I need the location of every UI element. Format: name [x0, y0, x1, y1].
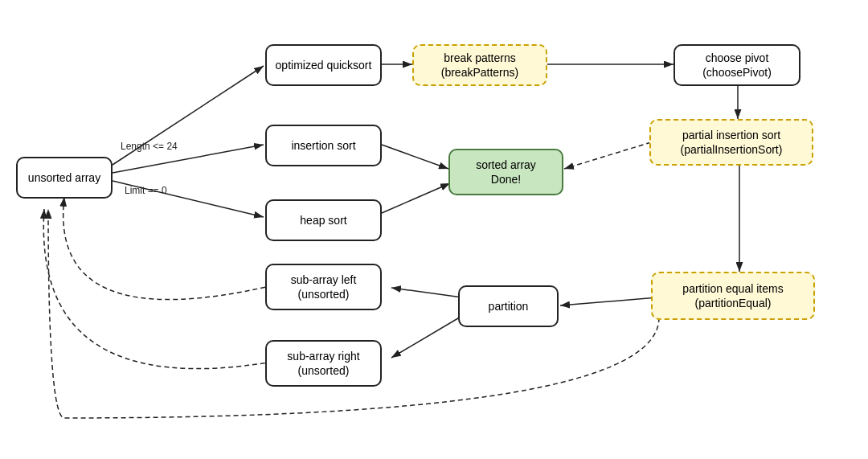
limit-label: Limit == 0 [125, 185, 167, 196]
break-patterns-node: break patterns(breakPatterns) [412, 44, 547, 86]
svg-line-8 [564, 142, 651, 169]
svg-line-13 [391, 288, 462, 297]
diagram: unsorted array optimized quicksort break… [0, 0, 868, 459]
subarray-left-node: sub-array left(unsorted) [265, 264, 382, 310]
partition-node: partition [458, 285, 559, 327]
insertion-sort-node: insertion sort [265, 125, 382, 166]
length-label: Length <= 24 [121, 141, 178, 152]
subarray-right-node: sub-array right(unsorted) [265, 340, 382, 387]
sorted-array-node: sorted arrayDone! [448, 149, 563, 195]
svg-line-9 [382, 145, 448, 169]
partition-equal-node: partition equal items(partitionEqual) [651, 272, 815, 320]
optimized-quicksort-node: optimized quicksort [265, 44, 382, 86]
svg-line-10 [382, 183, 450, 213]
heap-sort-node: heap sort [265, 199, 382, 241]
svg-line-12 [560, 297, 657, 305]
unsorted-array-node: unsorted array [16, 157, 113, 199]
partial-insertion-sort-node: partial insertion sort(partialInsertionS… [649, 119, 813, 166]
svg-line-14 [391, 314, 466, 358]
choose-pivot-node: choose pivot(choosePivot) [674, 44, 800, 86]
